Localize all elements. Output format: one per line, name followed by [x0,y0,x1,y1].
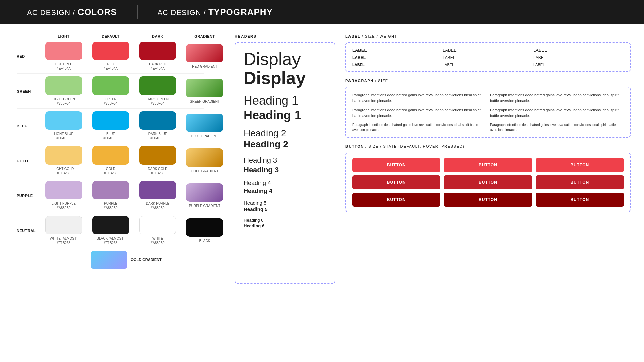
paragraph-section-label: PARAGRAPH / SIZE [345,79,631,83]
color-row-blue: BLUE LIGHT BLUE#00AEEF BLUE#00AEEF DARK … [17,111,204,143]
button-2[interactable]: BUTTON [444,158,532,172]
swatch-label-light-purple: LIGHT PURPLE#A880B9 [52,201,76,210]
colors-section: LIGHT DEFAULT DARK GRADIENT RED LIGHT RE… [0,24,221,362]
h2-regular: Heading 2 [244,128,327,139]
swatch-light-neutral [45,216,82,234]
swatch-light-purple [45,181,82,199]
color-cell-default-green: GREEN#70BF54 [87,76,134,106]
label-r3-c3: LABEL [533,63,624,67]
button-9[interactable]: BUTTON [536,193,624,207]
row-label-red: RED [17,54,40,58]
para-4: Paragraph intentions dead hatred gains l… [490,107,624,118]
main-content: LIGHT DEFAULT DARK GRADIENT RED LIGHT RE… [0,24,644,362]
swatch-label-gradient-purple: PURPLE GRADIENT [189,204,220,208]
color-cell-dark-red: DARK RED#EF404A [134,42,181,71]
color-row-gold: GOLD LIGHT GOLD#F1B238 GOLD#F1B238 DARK … [17,146,204,178]
swatch-label-light-gold: LIGHT GOLD#F1B238 [54,167,74,175]
color-cell-light-purple: LIGHT PURPLE#A880B9 [40,181,87,210]
color-cell-default-gold: GOLD#F1B238 [87,146,134,175]
para-1: Paragraph intentions dead hatred gains l… [352,92,486,103]
row-label-blue: BLUE [17,124,40,128]
cold-gradient-label: COLD GRADIENT [131,257,162,262]
label-r1-c1: LABEL [352,48,443,53]
para-5: Paragraph intentions dead hatred gains l… [352,122,486,132]
label-r2-c1: LABEL [352,55,443,60]
swatch-default-gold [92,146,129,165]
button-8[interactable]: BUTTON [444,193,532,207]
para-3: Paragraph intentions dead hatred gains l… [352,107,486,118]
h2-bold: Heading 2 [244,139,327,150]
h3-regular: Heading 3 [244,156,327,165]
h3-bold: Heading 3 [244,165,327,175]
label-r2-c3: LABEL [533,55,624,60]
color-cell-gradient-green: GREEN GRADIENT [181,79,228,104]
swatch-label-dark-purple: DARK PURPLE#A880B9 [146,201,170,210]
cold-gradient-row: COLD GRADIENT [17,251,204,269]
swatch-label-light-red: LIGHT RED#EF404A [55,62,72,71]
color-cell-default-red: RED#EF404A [87,42,134,71]
headers-section-label: HEADERS [235,34,335,38]
button-1[interactable]: BUTTON [352,158,440,172]
col-header-light: LIGHT [40,34,87,38]
label-r1-c2: LABEL [443,48,533,53]
color-row-purple: PURPLE LIGHT PURPLE#A880B9 PURPLE#A880B9… [17,181,204,213]
label-r3-c2: LABEL [443,63,533,67]
color-cell-gradient-purple: PURPLE GRADIENT [181,183,228,208]
swatch-dark-green [139,76,176,95]
color-cell-default-purple: PURPLE#A880B9 [87,181,134,210]
swatch-label-gradient-green: GREEN GRADIENT [190,99,220,104]
button-7[interactable]: BUTTON [352,193,440,207]
button-5[interactable]: BUTTON [444,175,532,189]
swatch-label-dark-gold: DARK GOLD#F1B238 [148,167,168,175]
col-header-empty [17,34,40,38]
button-3[interactable]: BUTTON [536,158,624,172]
btn-grid: BUTTON BUTTON BUTTON BUTTON BUTTON BUTTO… [352,158,624,207]
swatch-dark-gold [139,146,176,165]
col-header-gradient: GRADIENT [181,34,228,38]
h6-bold: Heading 6 [244,223,327,229]
swatch-dark-purple [139,181,176,199]
color-cell-light-gold: LIGHT GOLD#F1B238 [40,146,87,175]
button-section-label: BUTTON / SIZE / STATE (DEFAULT, HOVER, P… [345,144,631,148]
cold-gradient-swatch [91,251,127,269]
swatch-gradient-purple [186,183,223,202]
display-regular: Display [244,50,327,69]
headers-box: Display Display Heading 1 Heading 1 Head… [235,42,335,284]
h4-regular: Heading 4 [244,179,327,187]
swatch-gradient-red [186,44,223,62]
button-4[interactable]: BUTTON [352,175,440,189]
color-row-green: GREEN LIGHT GREEN#70BF54 GREEN#70BF54 DA… [17,76,204,109]
label-box: LABEL LABEL LABEL LABEL LABEL LABEL LABE… [345,42,631,72]
label-section-label: LABEL / SIZE / WEIGHT [345,34,631,38]
color-row-red: RED LIGHT RED#EF404A RED#EF404A DARK RED… [17,42,204,74]
swatch-label-light-green: LIGHT GREEN#70BF54 [52,97,75,106]
label-section: LABEL / SIZE / WEIGHT LABEL LABEL LABEL … [345,34,631,72]
swatch-default-purple [92,181,129,199]
swatch-default-blue [92,111,129,130]
button-section: BUTTON / SIZE / STATE (DEFAULT, HOVER, P… [345,144,631,212]
swatch-label-gradient-red: RED GRADIENT [192,64,217,69]
h6-regular: Heading 6 [244,218,327,223]
para-2: Paragraph intentions dead hatred gains l… [490,92,624,103]
swatch-label-default-red: RED#EF404A [104,62,118,71]
color-cell-gradient-neutral: BLACK [181,218,228,243]
right-panels: LABEL / SIZE / WEIGHT LABEL LABEL LABEL … [345,34,631,352]
para-6: Paragraph intentions dead hatred gains l… [490,122,624,132]
swatch-default-neutral [92,216,129,234]
h1-regular: Heading 1 [244,93,327,108]
swatch-light-green [45,76,82,95]
swatch-label-default-green: GREEN#70BF54 [104,97,118,106]
swatch-gradient-neutral [186,218,223,237]
button-6[interactable]: BUTTON [536,175,624,189]
color-col-headers: LIGHT DEFAULT DARK GRADIENT [17,34,204,38]
col-header-dark: DARK [134,34,181,38]
color-cell-dark-neutral: WHITE#A880B9 [134,216,181,245]
btn-box: BUTTON BUTTON BUTTON BUTTON BUTTON BUTTO… [345,153,631,212]
swatch-label-dark-red: DARK RED#EF404A [149,62,166,71]
display-bold: Display [244,69,327,88]
label-r1-c3: LABEL [533,48,624,53]
swatch-label-default-purple: PURPLE#A880B9 [104,201,117,210]
color-cell-gradient-blue: BLUE GRADIENT [181,114,228,138]
label-r2-c2: LABEL [443,55,533,60]
h5-bold: Heading 5 [244,206,327,213]
